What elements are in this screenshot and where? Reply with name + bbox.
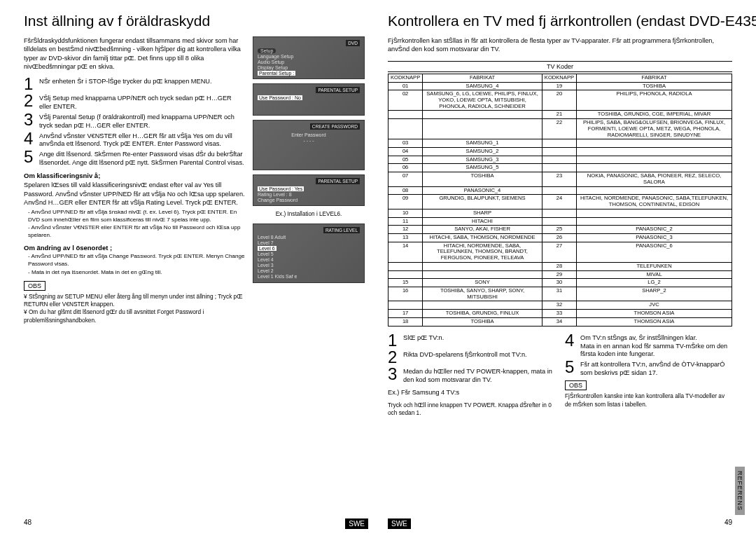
swe-right: SWE bbox=[388, 518, 411, 529]
table-cell: 18 bbox=[388, 317, 423, 326]
table-cell bbox=[423, 262, 542, 270]
table-row: 06SAMSUNG_5 bbox=[388, 164, 732, 172]
table-cell: PANASONIC_6 bbox=[577, 242, 732, 262]
table-cell: 03 bbox=[388, 139, 423, 148]
two-page-spread: Inst ällning av f öräldraskydd FšrŠldras… bbox=[0, 0, 756, 536]
right-title: Kontrollera en TV med fj ärrkontrollen (… bbox=[388, 13, 732, 29]
table-cell: 05 bbox=[388, 156, 423, 164]
table-cell: 15 bbox=[388, 279, 423, 287]
r-step-2: Rikta DVD-spelarens fjŠrrkontroll mot TV… bbox=[403, 349, 555, 359]
step-3-num: 3 bbox=[24, 111, 36, 128]
table-cell: SAMSUNG_5 bbox=[423, 164, 542, 172]
right-lead: FjŠrrkontrollen kan stŠllas in fšr att k… bbox=[388, 36, 732, 54]
table-cell: TOSHIBA, SANYO, SHARP, SONY, MITSUBISHI bbox=[423, 287, 542, 301]
r-step-3: Medan du hŒller ned TV POWER-knappen, ma… bbox=[403, 366, 555, 385]
steps-col-left: 1SlŒ pŒ TV:n. 2Rikta DVD-spelarens fjŠrr… bbox=[388, 332, 555, 418]
table-cell: SANYO, AKAI, FISHER bbox=[423, 226, 542, 234]
r-step-4-num: 4 bbox=[565, 332, 578, 349]
table-row: 14HITACHI, NORDMENDE, SABA, TELEFUNKEN, … bbox=[388, 242, 732, 262]
table-row: 21TOSHIBA, GRUNDIG, CGE, IMPERIAL, MIVAR bbox=[388, 111, 732, 119]
sub2-head: Om ändring av l ösenordet ; bbox=[24, 244, 245, 252]
step-2-num: 2 bbox=[24, 92, 36, 109]
obs-text-left: ¥ StŠngning av SETUP MENU eller återg ån… bbox=[24, 293, 245, 324]
r-step-4: Om TV:n stŠngs av, Šr instŠllningen klar… bbox=[580, 332, 732, 359]
th-kod2: KODKNAPP bbox=[542, 74, 576, 82]
step-1-num: 1 bbox=[24, 76, 36, 92]
page-right: Kontrollera en TV med fj ärrkontrollen (… bbox=[378, 13, 742, 529]
th-fab2: FABRIKAT bbox=[577, 74, 732, 82]
page-left: Inst ällning av f öräldraskydd FšrŠldras… bbox=[14, 13, 378, 529]
left-title: Inst ällning av f öräldraskydd bbox=[24, 13, 368, 29]
table-cell bbox=[388, 119, 423, 139]
table-row: 10SHARP bbox=[388, 209, 732, 217]
table-row: 17TOSHIBA, GRUNDIG, FINLUX33THOMSON ASIA bbox=[388, 310, 732, 318]
step-5-num: 5 bbox=[24, 149, 36, 165]
table-cell bbox=[577, 217, 732, 226]
table-cell: 32 bbox=[542, 301, 576, 310]
table-cell: 28 bbox=[542, 262, 576, 270]
ex-label-left: Ex.) Installation i LEVEL6. bbox=[276, 211, 342, 218]
referens-tab: REFERENS bbox=[735, 467, 745, 515]
table-cell: JVC bbox=[577, 301, 732, 310]
table-cell: HITACHI, NORDMENDE, SABA, TELEFUNKEN, TH… bbox=[423, 242, 542, 262]
table-cell: 34 bbox=[542, 317, 576, 326]
table-cell bbox=[542, 139, 576, 148]
table-cell bbox=[423, 111, 542, 119]
table-cell: TOSHIBA bbox=[577, 82, 732, 90]
table-cell: HITACHI, SABA, THOMSON, NORDMENDE bbox=[423, 233, 542, 242]
table-cell: GRUNDIG, BLAUPUNKT, SIEMENS bbox=[423, 195, 542, 209]
obs-l-1: ¥ StŠngning av SETUP MENU eller återg ån… bbox=[24, 293, 245, 308]
ex-body-right: Tryck och hŒll inne knappen TV POWER. Kn… bbox=[388, 401, 555, 417]
table-cell: 26 bbox=[542, 233, 576, 242]
table-cell: 21 bbox=[542, 111, 576, 119]
footer-left: 48 SWE bbox=[24, 518, 368, 529]
table-cell bbox=[423, 301, 542, 310]
table-cell: 33 bbox=[542, 310, 576, 318]
codes-caption: TV Koder bbox=[388, 61, 732, 72]
table-cell: 27 bbox=[542, 242, 576, 262]
table-cell: THOMSON ASIA bbox=[577, 310, 732, 318]
table-cell: 08 bbox=[388, 186, 423, 195]
step-4-num: 4 bbox=[24, 130, 36, 147]
table-cell: HITACHI bbox=[423, 217, 542, 226]
table-cell bbox=[577, 139, 732, 148]
table-cell: TOSHIBA, GRUNDIG, CGE, IMPERIAL, MIVAR bbox=[577, 111, 732, 119]
table-cell: MIVAL bbox=[577, 270, 732, 279]
table-cell bbox=[577, 186, 732, 195]
codes-table: KODKNAPP FABRIKAT KODKNAPP FABRIKAT 01SA… bbox=[388, 74, 732, 327]
table-row: 03SAMSUNG_1 bbox=[388, 139, 732, 148]
table-cell: 01 bbox=[388, 82, 423, 90]
table-cell bbox=[388, 262, 423, 270]
table-row: 02SAMSUNG_6, LG, LOEWE, PHILIPS, FINLUX,… bbox=[388, 90, 732, 111]
table-cell: 13 bbox=[388, 233, 423, 242]
r-step-1: SlŒ pŒ TV:n. bbox=[403, 332, 555, 343]
sub2-n2: - Mata in det nya lšsenordet. Mata in de… bbox=[28, 269, 245, 277]
obs-body-right: FjŠrrkontrollen kanske inte kan kontroll… bbox=[565, 392, 732, 408]
table-row: 04SAMSUNG_2 bbox=[388, 148, 732, 156]
table-cell bbox=[388, 111, 423, 119]
table-cell: SAMSUNG_1 bbox=[423, 139, 542, 148]
table-row: 05SAMSUNG_3 bbox=[388, 156, 732, 164]
table-cell bbox=[542, 209, 576, 217]
table-cell: 11 bbox=[388, 217, 423, 226]
table-cell bbox=[542, 186, 576, 195]
table-cell: 14 bbox=[388, 242, 423, 262]
table-cell bbox=[577, 209, 732, 217]
ex-label-right: Ex.) Fšr Samsung 4 TV:s bbox=[388, 388, 555, 397]
table-cell: SHARP bbox=[423, 209, 542, 217]
footer-right: SWE 49 bbox=[388, 518, 732, 529]
right-steps-two-col: 1SlŒ pŒ TV:n. 2Rikta DVD-spelarens fjŠrr… bbox=[388, 332, 732, 418]
table-cell: 29 bbox=[542, 270, 576, 279]
table-cell bbox=[542, 164, 576, 172]
sub1-n1: - AnvŠnd UPP/NED fšr att vŠlja šnskad ni… bbox=[28, 209, 245, 224]
obs-box-right: OBS bbox=[565, 380, 587, 390]
table-cell: 22 bbox=[542, 119, 576, 139]
left-lead: FšrŠldraskyddsfunktionen fungerar endast… bbox=[24, 36, 245, 71]
table-cell: 17 bbox=[388, 310, 423, 318]
sub1-notes: - AnvŠnd UPP/NED fšr att vŠlja šnskad ni… bbox=[28, 209, 245, 240]
table-row: 18TOSHIBA34THOMSON ASIA bbox=[388, 317, 732, 326]
table-cell: PHILIPS, SABA, BANG&OLUFSEN, BRIONVEGA, … bbox=[577, 119, 732, 139]
table-row: 07TOSHIBA23NOKIA, PANASONIC, SABA, PIONE… bbox=[388, 172, 732, 186]
table-cell: 06 bbox=[388, 164, 423, 172]
table-cell: 25 bbox=[542, 226, 576, 234]
